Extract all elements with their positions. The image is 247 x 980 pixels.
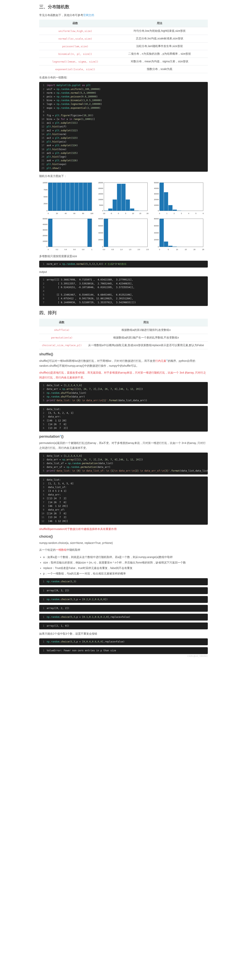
section2-title: 四、排列 [39,310,208,316]
code-c3: 1np.random.choice(5,3,p = [0.1,0.1,0.6,0… [39,614,208,620]
svg-text:2.0: 2.0 [138,248,140,250]
table-fn: uniform(low,high,size) [39,27,112,35]
svg-rect-50 [173,210,177,211]
doc-link[interactable]: 官网文档 [83,14,94,17]
table-desc: 均匀分布,low为初始值,high结束值,size形状 [112,27,208,35]
gen-text: 生成各分布的一组数组: [39,75,208,80]
svg-rect-5 [66,183,70,211]
intro-text: 常见分布函数如下，其他分布可参考官网文档 [39,13,208,18]
svg-text:1.5: 1.5 [129,248,131,250]
svg-text:15000: 15000 [98,193,103,195]
svg-text:5000: 5000 [43,196,48,197]
histogram-chart: 0.00.51.01.52.02.5020000400006000080000 [95,216,150,252]
svg-text:0: 0 [102,246,103,248]
table-fn: exponential([scale, size]) [39,65,112,73]
footnote-icon: ⊙ [60,434,61,437]
perm-note: shuffle和permutation对于数据分析中建模选择样本具有重要作用 [39,527,208,531]
svg-text:0: 0 [158,246,159,248]
bullet-item: size：取样后输出的形状，例如size = (m, n)，就需要采m * n个… [43,560,208,565]
code-output-5: 1data_list: 2 [3, 5, 6, 2, 4, 1] 3 data_… [39,406,208,431]
code-block-1: 1import matplotlib.pyplot as plt2unif = … [39,82,208,172]
svg-text:20000: 20000 [154,199,159,200]
svg-text:60: 60 [73,212,75,215]
svg-text:0.5: 0.5 [112,248,114,250]
svg-text:20000: 20000 [154,239,159,241]
svg-text:5: 5 [196,212,196,215]
svg-text:10000: 10000 [43,240,48,242]
sort-table: 函数用法 shuffle(a)根据数组a的第1轴进行随排列,改变数组xpermu… [39,319,208,349]
bullet-item: replace：True或者是False，true时采样元素会有重复，false… [43,565,208,571]
svg-text:2: 2 [174,212,175,215]
svg-text:60000: 60000 [98,225,103,227]
svg-text:0: 0 [46,210,48,212]
histogram-chart: 012345601000020000300004000050000 [151,180,206,216]
table-desc: 从一维数组a中以概率p抽取元素,形成size形状新数组replace表示是否可以… [84,341,208,349]
table-fn: choice(a[,size,replace,p]) [39,341,84,349]
table-fn: poisson(lam,size) [39,43,112,50]
svg-text:0: 0 [159,248,160,250]
svg-rect-6 [70,183,74,211]
svg-rect-119 [173,247,177,247]
bullet-item: a：如果a是一个数组，则就是从这个数组中进行随机取样。若a是一个数，则从nump… [43,554,208,560]
histogram-chart: 020406080100025005000750010000 [39,180,94,216]
svg-text:50000: 50000 [154,182,159,184]
svg-rect-93 [104,219,148,247]
out-c1: 1array([0, 3, 2]) [39,587,208,594]
svg-rect-1 [48,183,53,211]
svg-text:50000: 50000 [43,218,48,220]
svg-text:80000: 80000 [154,218,159,220]
svg-rect-28 [126,199,130,211]
svg-text:100: 100 [90,212,93,215]
svg-rect-25 [113,199,117,211]
svg-text:5000: 5000 [99,204,103,206]
code-c4: 1np.random.choice(5,3,p = [0,0.4,0.6,0,0… [39,638,208,645]
svg-text:10: 10 [176,248,178,250]
histogram-grid: 020406080100025005000750010000-10-505101… [39,180,208,252]
svg-text:25: 25 [202,248,204,250]
err-text: 如果只能在2个值中取3个数，设置不重复会报错 [39,631,208,636]
svg-text:0.4: 0.4 [64,248,67,250]
svg-text:20: 20 [193,248,196,250]
table-desc: 对数分布，mean为均值，sigma方差，size形状 [112,58,208,65]
choice-intro: 从一个给定的一维数组中随机取样 [39,547,208,552]
svg-text:6: 6 [203,212,204,215]
svg-text:7500: 7500 [43,189,48,191]
svg-text:10000: 10000 [43,182,48,184]
svg-text:20000: 20000 [98,239,103,241]
code-block-6: 1data_list = [1,2,3,4,5,6]2data_arr = np… [39,453,208,474]
choice-title: choice() [39,535,208,539]
histogram-chart: -10-5051015200500010000150002000025000 [95,180,150,216]
hist-text: 随机分布直方图如下： [39,173,208,178]
svg-text:40000: 40000 [154,232,159,234]
svg-text:1.0: 1.0 [120,248,123,250]
svg-rect-24 [108,208,112,211]
output-label: output [39,269,208,274]
svg-text:40: 40 [65,212,67,215]
svg-text:3: 3 [181,212,182,215]
table-fn: permutation(a) [39,334,84,341]
svg-text:20000: 20000 [43,235,48,237]
section-title: 三、分布随机数 [39,4,208,10]
svg-text:60000: 60000 [154,225,159,227]
svg-rect-71 [48,219,53,247]
svg-rect-3 [57,183,61,211]
svg-rect-10 [88,183,92,211]
svg-text:4: 4 [188,212,189,215]
svg-text:0: 0 [46,246,48,248]
table-desc: 正态分布,loc均值,scale标准差,size形状 [112,35,208,43]
svg-rect-80 [88,219,92,247]
table-fn: normal(loc,scale,size) [39,35,112,43]
svg-text:40000: 40000 [154,187,159,189]
code-block-2: 1norm_arr = np.random.normal(5,3,(2,3,4)… [39,261,208,267]
choice-bullets: a：如果a是一个数组，则就是从这个数组中进行随机取样。若a是一个数，则从nump… [43,554,208,576]
bullet-item: p：一个一维数组，与a的元素一一对应，给出相应元素被采样的概率 [43,571,208,576]
multi-text: 多维数组只需按照需要设置size [39,254,208,259]
histogram-chart: 0510152025020000400006000080000 [151,216,206,252]
code-c1: 1np.random.choice(5,3) [39,578,208,585]
perm-title: permutation⊙() [39,434,208,439]
svg-rect-116 [159,219,164,247]
table-desc: 根据数组a的第1轴进行随排列,改变数组x [84,326,208,334]
svg-text:15: 15 [185,248,187,250]
svg-text:0: 0 [159,212,160,215]
svg-rect-22 [104,183,148,211]
